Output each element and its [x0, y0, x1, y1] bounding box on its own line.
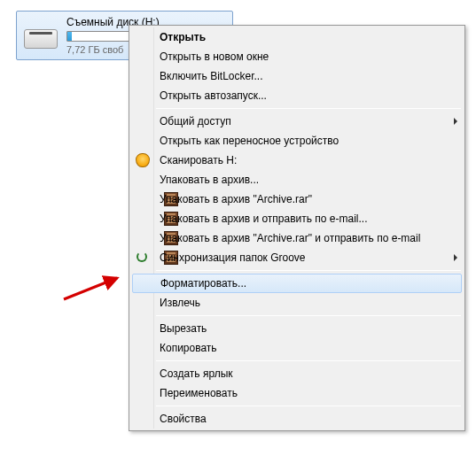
submenu-arrow-icon	[454, 118, 457, 125]
sync-icon	[137, 251, 147, 262]
menu-item-label: Упаковать в архив и отправить по e-mail.…	[160, 213, 368, 225]
menu-item-label: Включить BitLocker...	[160, 70, 263, 82]
menu-item[interactable]: Сканировать H:	[131, 151, 463, 170]
menu-item[interactable]: Переименовать	[131, 383, 463, 403]
menu-item-label: Форматировать...	[160, 277, 246, 290]
menu-item-label: Упаковать в архив...	[160, 174, 259, 186]
removable-disk-icon	[22, 17, 59, 54]
menu-item[interactable]: Вырезать	[131, 319, 463, 338]
menu-item[interactable]: Синхронизация папок Groove	[131, 248, 463, 267]
annotation-arrow-icon	[62, 274, 124, 301]
menu-item[interactable]: Упаковать в архив и отправить по e-mail.…	[131, 209, 463, 228]
menu-separator	[156, 108, 461, 109]
menu-item-label: Создать ярлык	[160, 367, 233, 380]
menu-item-label: Синхронизация папок Groove	[160, 251, 306, 264]
menu-item-label: Общий доступ	[160, 115, 231, 128]
context-menu: ОткрытьОткрыть в новом окнеВключить BitL…	[129, 25, 465, 431]
menu-item-label: Переименовать	[160, 387, 238, 399]
menu-item-label: Открыть как переносное устройство	[160, 135, 339, 147]
menu-item-label: Свойства	[160, 413, 207, 425]
submenu-arrow-icon	[454, 254, 457, 261]
menu-item-label: Вырезать	[160, 322, 207, 335]
menu-item[interactable]: Свойства	[131, 409, 463, 429]
menu-separator	[156, 315, 461, 316]
menu-item-label: Извлечь	[160, 297, 200, 309]
menu-item-label: Открыть автозапуск...	[160, 89, 267, 102]
menu-separator	[156, 360, 461, 361]
menu-item[interactable]: Копировать	[131, 338, 463, 358]
menu-separator	[156, 270, 461, 271]
menu-item[interactable]: Открыть в новом окне	[131, 47, 463, 66]
menu-separator	[156, 406, 461, 406]
menu-item-label: Упаковать в архив "Archive.rar" и отправ…	[160, 232, 420, 244]
menu-item[interactable]: Упаковать в архив "Archive.rar"	[131, 189, 463, 209]
menu-item[interactable]: Включить BitLocker...	[131, 66, 463, 86]
menu-item[interactable]: Упаковать в архив...	[131, 170, 463, 189]
menu-item[interactable]: Общий доступ	[131, 112, 463, 131]
menu-item[interactable]: Извлечь	[131, 293, 463, 313]
svg-line-0	[64, 278, 117, 299]
menu-item[interactable]: Открыть автозапуск...	[131, 86, 463, 105]
menu-item[interactable]: Создать ярлык	[131, 364, 463, 383]
shield-icon	[136, 153, 150, 167]
menu-item[interactable]: Открыть как переносное устройство	[131, 131, 463, 151]
menu-item[interactable]: Открыть	[131, 27, 463, 47]
menu-item[interactable]: Форматировать...	[132, 274, 462, 293]
menu-item[interactable]: Упаковать в архив "Archive.rar" и отправ…	[131, 228, 463, 248]
menu-item-label: Открыть	[160, 31, 206, 43]
menu-item-label: Копировать	[160, 342, 217, 354]
menu-item-label: Сканировать H:	[160, 154, 237, 166]
menu-item-label: Открыть в новом окне	[160, 50, 269, 63]
menu-item-label: Упаковать в архив "Archive.rar"	[160, 193, 312, 205]
drive-capacity-fill	[67, 32, 72, 41]
